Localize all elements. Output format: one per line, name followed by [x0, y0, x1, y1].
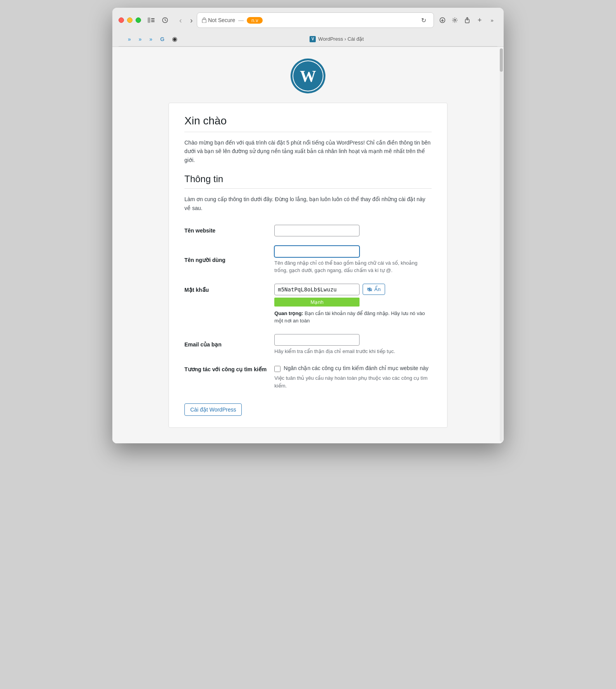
intro-text: Chào mừng bạn đến với quá trình cài đặt …: [184, 138, 432, 164]
email-label: Email của bạn: [184, 341, 222, 348]
site-title-label: Tên website: [184, 227, 215, 234]
address-bar[interactable]: Not Secure — n.v ↻: [197, 12, 434, 28]
form-table: Tên website Tên người dùng: [184, 220, 432, 394]
reload-button[interactable]: ↻: [418, 15, 429, 26]
site-title-input[interactable]: [274, 225, 360, 236]
password-strength-indicator: Mạnh: [274, 298, 360, 307]
greeting-divider: [184, 132, 432, 132]
hide-password-button[interactable]: Ẩn: [363, 284, 385, 295]
bookmark-2[interactable]: »: [136, 35, 145, 43]
info-divider: [184, 188, 432, 189]
password-label: Mật khẩu: [184, 287, 209, 293]
settings-button[interactable]: [449, 15, 460, 26]
close-button[interactable]: [119, 17, 124, 23]
title-bar: ‹ › Not Secure — n.v ↻: [112, 8, 504, 47]
info-section-title: Thông tin: [184, 174, 432, 184]
more-button[interactable]: »: [487, 15, 497, 26]
password-input-row: Ẩn: [274, 284, 432, 295]
username-hint: Tên đăng nhập chỉ có thể bao gồm bảng ch…: [274, 259, 432, 274]
password-input[interactable]: [274, 284, 360, 295]
search-engine-label: Tương tác với công cụ tìm kiếm: [184, 366, 267, 372]
right-toolbar: + »: [437, 15, 497, 26]
forward-button[interactable]: ›: [186, 15, 197, 26]
search-engine-note: Việc tuân thủ yêu cầu này hoàn toàn phụ …: [274, 374, 432, 389]
bookmark-3[interactable]: »: [146, 35, 156, 43]
email-hint: Hãy kiểm tra cẩn thận địa chỉ email trướ…: [274, 348, 432, 355]
username-row: Tên người dùng Tên đăng nhập chỉ có thể …: [184, 241, 432, 279]
address-bar-area: ‹ › Not Secure — n.v ↻: [175, 12, 497, 28]
svg-rect-2: [151, 20, 155, 21]
traffic-lights: [119, 17, 141, 23]
svg-rect-5: [202, 19, 206, 23]
greeting-title: Xin chào: [184, 115, 432, 127]
download-button[interactable]: [437, 15, 448, 26]
browser-content: W Xin chào Chào mừng bạn đến với quá trì…: [112, 47, 504, 443]
bookmark-1[interactable]: »: [125, 35, 134, 43]
sidebar-toggle-button[interactable]: [146, 15, 157, 26]
browser-content-wrapper: W Xin chào Chào mừng bạn đến với quá trì…: [112, 47, 504, 443]
site-title-row: Tên website: [184, 220, 432, 241]
svg-rect-1: [151, 18, 155, 19]
new-tab-button[interactable]: +: [474, 15, 485, 26]
svg-text:W: W: [300, 67, 316, 85]
username-input[interactable]: [274, 246, 360, 257]
important-label: Quan trọng:: [274, 310, 303, 316]
form-card: Xin chào Chào mừng bạn đến với quá trình…: [169, 103, 447, 428]
search-engine-checkbox[interactable]: [274, 366, 280, 372]
username-label: Tên người dùng: [184, 257, 225, 263]
browser-window: ‹ › Not Secure — n.v ↻: [112, 8, 504, 443]
search-engine-checkbox-row: Ngăn chặn các công cụ tìm kiếm đánh chỉ …: [274, 365, 432, 372]
breadcrumb-text: WordPress › Cài đặt: [318, 36, 364, 42]
search-engine-checkbox-label: Ngăn chặn các công cụ tìm kiếm đánh chỉ …: [284, 365, 428, 371]
share-button[interactable]: [462, 15, 473, 26]
history-button[interactable]: [160, 15, 170, 26]
svg-point-8: [454, 19, 456, 21]
info-description: Làm ơn cung cấp thông tin dưới đây. Đừng…: [184, 195, 432, 212]
submit-section: Cài đặt WordPress: [184, 403, 432, 416]
search-engine-row: Tương tác với công cụ tìm kiếm Ngăn chặn…: [184, 360, 432, 394]
address-domain: n.v: [247, 17, 263, 24]
breadcrumb: V WordPress › Cài đặt: [182, 36, 491, 42]
wordpress-favicon: V: [310, 36, 316, 42]
bookmark-5[interactable]: ◉: [169, 34, 181, 44]
scrollbar-track[interactable]: [500, 48, 503, 442]
svg-rect-0: [148, 17, 150, 23]
password-notice: Quan trọng: Bạn cần tài khoản này để đăn…: [274, 310, 432, 325]
email-row: Email của bạn Hãy kiểm tra cẩn thận địa …: [184, 329, 432, 360]
install-button[interactable]: Cài đặt WordPress: [184, 403, 242, 416]
email-input[interactable]: [274, 334, 360, 346]
back-button[interactable]: ‹: [175, 15, 186, 26]
not-secure-indicator: Not Secure: [202, 17, 235, 23]
svg-rect-3: [151, 21, 155, 22]
not-secure-text: Not Secure: [208, 17, 235, 23]
maximize-button[interactable]: [136, 17, 141, 23]
hide-button-label: Ẩn: [374, 286, 380, 292]
left-toolbar: [146, 15, 170, 26]
password-row: Mật khẩu: [184, 279, 432, 329]
wordpress-logo: W: [291, 59, 325, 95]
scrollbar-thumb[interactable]: [500, 48, 503, 72]
minimize-button[interactable]: [127, 17, 132, 23]
bookmark-4[interactable]: G: [157, 35, 167, 43]
bookmarks-bar: » » » G ◉ V WordPress › Cài đặt: [119, 32, 497, 47]
